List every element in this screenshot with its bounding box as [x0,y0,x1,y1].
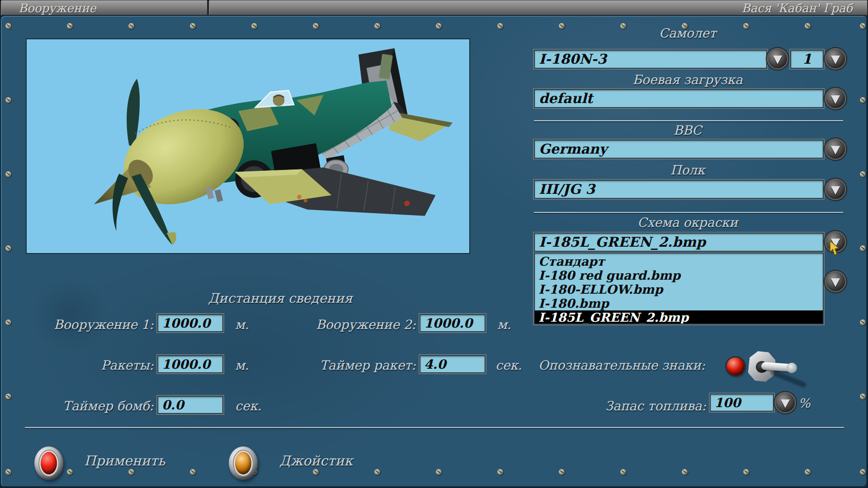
rockets-input[interactable] [157,355,223,373]
screw-icon [682,469,688,475]
regiment-dropdown-button[interactable] [826,180,845,199]
loadout-select[interactable]: default [534,89,824,108]
weapon2-input[interactable] [420,314,486,332]
paint-scheme-option[interactable]: I-180 red guard.bmp [535,268,823,282]
titlebar-right: Вася 'Кабан' Граб [209,0,868,16]
amber-button-icon [235,452,251,474]
chevron-down-icon [831,146,840,155]
paint-scheme-listbox[interactable]: СтандартI-180 red guard.bmpI-180-ELLOW.b… [534,253,824,324]
chevron-down-icon [773,56,782,64]
joystick-button-label[interactable]: Джойстик [279,453,353,469]
fuel-dropdown-button[interactable] [776,393,795,412]
joystick-button[interactable] [229,446,258,480]
screw-icon [559,469,565,475]
screw-icon [190,469,196,475]
footer-divider [25,427,844,428]
fuel-unit: % [798,396,811,411]
regiment-select-value: III/JG 3 [535,181,823,197]
paint-scheme-scroll-button[interactable] [826,272,845,291]
screw-icon [128,23,134,29]
rocket-timer-input[interactable] [420,355,486,373]
aircraft-select-value: I-180N-3 [535,51,766,67]
chevron-down-icon [781,399,790,408]
paint-scheme-option[interactable]: I-180.bmp [535,296,823,310]
regiment-select[interactable]: III/JG 3 [534,180,824,199]
screw-icon [860,469,866,475]
chevron-down-icon [831,95,840,104]
aircraft-count-dropdown-button[interactable] [826,49,845,68]
weapon2-label: Вооружение 2: [271,317,416,332]
paint-scheme-option[interactable]: I-185L_GREEN_2.bmp [535,310,823,324]
pilot-name: Вася 'Кабан' Граб [741,1,853,15]
right-panel-divider [534,120,843,121]
apply-button-label[interactable]: Применить [84,453,165,469]
screw-icon [5,469,11,475]
paint-scheme-section-label: Схема окраски [533,215,842,230]
loadout-dropdown-button[interactable] [826,89,845,108]
screw-icon [860,245,866,251]
screw-icon [67,469,73,475]
screw-icon [743,469,749,475]
screw-icon [5,171,11,177]
screw-icon [5,23,11,29]
rocket-timer-label: Таймер ракет: [271,358,416,373]
paint-scheme-option[interactable]: Стандарт [535,254,823,268]
aircraft-section-label: Самолет [533,26,842,41]
screw-icon [860,23,866,29]
fuel-input[interactable] [710,394,774,412]
rockets-label: Ракеты: [32,358,154,373]
aircraft-select[interactable]: I-180N-3 [534,50,767,69]
screw-icon [860,97,866,103]
aircraft-select-dropdown-button[interactable] [768,49,787,68]
armament-screen: Вооружение Вася 'Кабан' Граб [0,0,868,488]
convergence-title: Дистанция сведения [43,291,518,306]
screw-icon [374,23,380,29]
screw-icon [805,469,811,475]
right-panel-divider [534,212,843,213]
markings-label: Опознавательные знаки: [515,358,705,373]
weapon1-input[interactable] [157,314,223,332]
loadout-section-label: Боевая загрузка [533,72,842,87]
airforce-dropdown-button[interactable] [826,140,845,159]
bomb-timer-label: Таймер бомб: [32,399,154,413]
screw-icon [313,23,319,29]
bomb-timer-unit: сек. [235,399,262,413]
loadout-select-value: default [535,90,823,106]
weapon2-unit: м. [497,317,511,332]
screw-icon [497,469,503,475]
screw-icon [860,319,866,325]
screw-icon [67,23,73,29]
titlebar-left: Вооружение [1,0,208,16]
screw-icon [860,171,866,177]
titlebar: Вооружение Вася 'Кабан' Граб [0,0,868,15]
screw-icon [436,469,442,475]
aircraft-preview [26,38,470,254]
paint-scheme-select[interactable]: I-185L_GREEN_2.bmp [534,233,824,252]
screw-icon [128,469,134,475]
chevron-down-icon [831,56,840,64]
apply-button[interactable] [34,446,63,480]
screw-icon [190,23,196,29]
weapon1-unit: м. [235,317,249,332]
screw-icon [620,469,626,475]
mouse-cursor-icon [830,241,841,256]
chevron-down-icon [831,186,840,195]
aircraft-count-field[interactable]: 1 [790,50,824,69]
weapon1-label: Вооружение 1: [32,317,154,332]
paint-scheme-option[interactable]: I-180-ELLOW.bmp [535,282,823,296]
screw-icon [5,394,11,399]
paint-scheme-select-value: I-185L_GREEN_2.bmp [535,234,823,250]
screw-icon [860,394,866,399]
markings-indicator-lamp [726,357,745,375]
airforce-select[interactable]: Germany [534,140,824,159]
aircraft-image [27,39,469,253]
red-button-icon [41,452,57,474]
screw-icon [5,97,11,103]
aircraft-count-value: 1 [791,51,823,67]
chevron-down-icon [831,278,840,287]
airforce-select-value: Germany [535,141,823,157]
rockets-unit: м. [235,358,249,373]
airforce-section-label: ВВС [533,123,842,138]
bomb-timer-input[interactable] [157,396,223,414]
screw-icon [313,469,319,475]
